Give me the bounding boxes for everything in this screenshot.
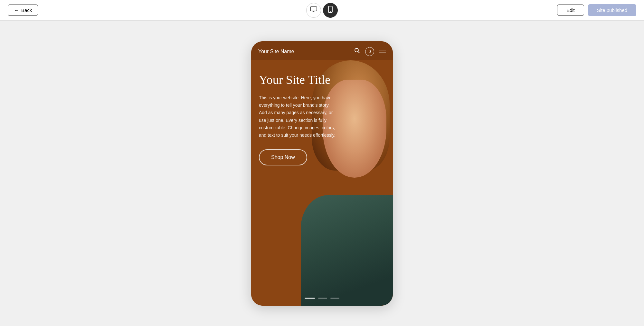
- cart-icon[interactable]: 0: [365, 47, 374, 56]
- slide-indicators: [305, 298, 339, 299]
- svg-rect-0: [310, 7, 317, 11]
- site-published-button[interactable]: Site published: [588, 4, 636, 16]
- slide-dot-1[interactable]: [305, 298, 315, 299]
- mobile-view-button[interactable]: [323, 3, 338, 18]
- mobile-preview: Your Site Name 0: [251, 41, 393, 306]
- site-nav: Your Site Name 0: [251, 41, 393, 60]
- slide-dot-2[interactable]: [318, 298, 327, 299]
- svg-point-4: [330, 11, 331, 12]
- woman-shirt-layer: [301, 195, 393, 305]
- canvas: Your Site Name 0: [0, 21, 644, 326]
- site-name: Your Site Name: [258, 49, 294, 54]
- site-published-label: Site published: [597, 7, 627, 13]
- desktop-icon: [310, 6, 317, 14]
- edit-label: Edit: [566, 7, 575, 13]
- slide-dot-3[interactable]: [330, 298, 339, 299]
- topbar-right: Edit Site published: [557, 4, 636, 16]
- hero-content: Your Site Title This is your website. He…: [251, 60, 393, 175]
- shop-now-label: Shop Now: [271, 154, 295, 160]
- svg-line-6: [358, 52, 360, 53]
- hero-section: Your Site Title This is your website. He…: [251, 60, 393, 306]
- topbar-left: ← Back: [8, 5, 38, 16]
- hero-description: This is your website. Here, you have eve…: [259, 94, 336, 139]
- edit-button[interactable]: Edit: [557, 5, 584, 16]
- nav-icons: 0: [354, 47, 386, 56]
- shop-now-button[interactable]: Shop Now: [259, 149, 307, 165]
- device-toggle: [306, 3, 338, 18]
- topbar: ← Back Edit: [0, 0, 644, 21]
- mobile-icon: [328, 6, 333, 15]
- cart-count: 0: [368, 49, 371, 54]
- arrow-left-icon: ←: [14, 7, 19, 13]
- menu-icon[interactable]: [379, 48, 386, 55]
- back-button[interactable]: ← Back: [8, 5, 38, 16]
- back-label: Back: [21, 7, 32, 13]
- hero-title: Your Site Title: [259, 73, 385, 87]
- desktop-view-button[interactable]: [306, 3, 321, 18]
- search-icon[interactable]: [354, 48, 360, 55]
